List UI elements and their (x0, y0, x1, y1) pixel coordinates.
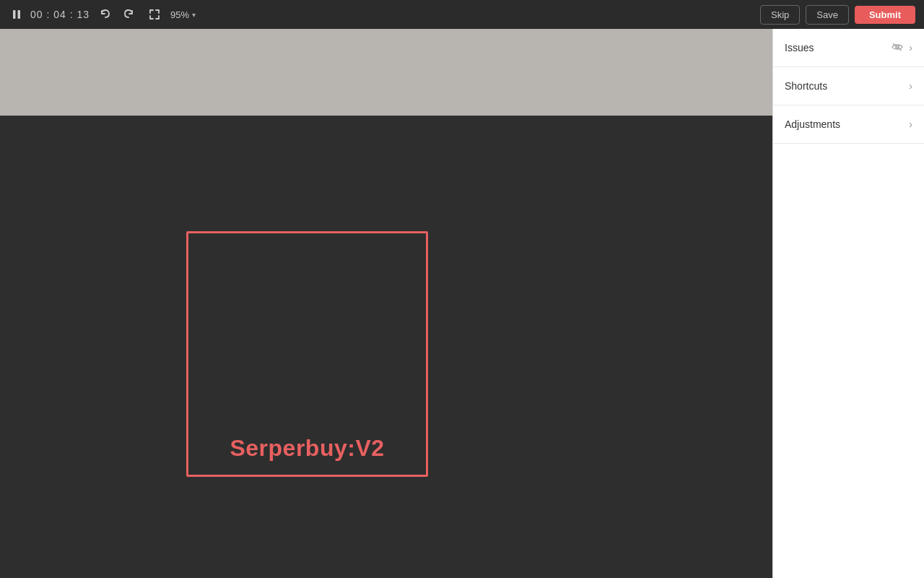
issues-label: Issues (785, 42, 814, 53)
save-button[interactable]: Save (806, 5, 849, 25)
canvas-area[interactable]: Serperbuy:V2 (0, 29, 772, 578)
panel-item-shortcuts-left: Shortcuts (785, 80, 827, 92)
logo-text: Serperbuy:V2 (188, 435, 426, 462)
redo-button[interactable] (118, 6, 139, 23)
adjustments-label: Adjustments (785, 118, 840, 130)
submit-button[interactable]: Submit (855, 6, 915, 24)
right-panel: Issues › Shortcuts › (772, 29, 924, 578)
annotation-box[interactable]: Serperbuy:V2 (186, 231, 428, 477)
toolbar: 00 : 04 : 13 (0, 0, 924, 29)
canvas-content[interactable]: Serperbuy:V2 (0, 116, 772, 578)
panel-item-issues-left: Issues (785, 42, 814, 53)
toolbar-left: 00 : 04 : 13 (9, 6, 196, 23)
eye-icon[interactable] (892, 42, 903, 53)
skip-button[interactable]: Skip (760, 5, 800, 25)
chevron-right-icon-issues: › (909, 42, 912, 53)
svg-rect-1 (18, 10, 21, 19)
panel-item-adjustments[interactable]: Adjustments › (773, 105, 924, 144)
undo-redo-group (95, 6, 139, 23)
undo-button[interactable] (95, 6, 116, 23)
svg-rect-0 (13, 10, 16, 19)
zoom-value: 95% (170, 9, 189, 20)
shortcuts-label: Shortcuts (785, 80, 827, 92)
chevron-down-icon: ▾ (192, 11, 196, 19)
chevron-right-icon-shortcuts: › (909, 80, 912, 92)
timer-display: 00 : 04 : 13 (30, 9, 90, 20)
canvas-header-strip (0, 29, 772, 116)
issues-icons: › (892, 42, 912, 53)
pause-button[interactable] (9, 7, 25, 22)
main-area: Serperbuy:V2 Issues (0, 29, 924, 578)
panel-item-issues[interactable]: Issues › (773, 29, 924, 67)
panel-item-shortcuts[interactable]: Shortcuts › (773, 67, 924, 105)
panel-item-adjustments-left: Adjustments (785, 118, 840, 130)
fullscreen-button[interactable] (144, 6, 165, 23)
zoom-control[interactable]: 95% ▾ (170, 9, 196, 20)
chevron-right-icon-adjustments: › (909, 118, 912, 130)
